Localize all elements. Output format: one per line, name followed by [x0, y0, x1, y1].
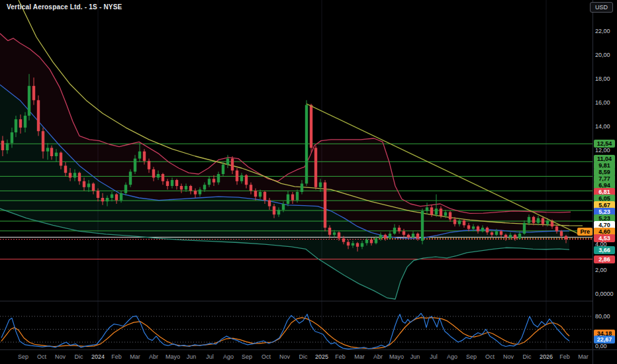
candle-body: [328, 228, 331, 235]
candle-body: [472, 226, 475, 229]
candle-body: [532, 217, 535, 223]
candle-body: [97, 191, 99, 198]
price-axis-label: 0,0000: [595, 291, 614, 297]
candle-body: [296, 192, 299, 201]
time-axis-month-label: Feb: [559, 353, 570, 360]
time-axis-month-label: Sep: [242, 353, 252, 360]
candle-body: [115, 195, 118, 201]
candle-body: [129, 171, 132, 185]
price-axis-label: 12,00: [595, 147, 610, 154]
time-axis-month-label: Jul: [430, 353, 438, 360]
candle-body: [291, 195, 294, 201]
candle-body: [319, 183, 322, 187]
price-badge: 2,86: [594, 255, 615, 263]
currency-button[interactable]: USD: [590, 2, 613, 13]
time-axis-month-label: Nov: [279, 353, 290, 360]
time-axis-month-label: Ago: [223, 353, 234, 360]
time-axis-month-label: Mayo: [166, 353, 180, 360]
candle-body: [78, 173, 81, 181]
candle-body: [542, 218, 544, 224]
candle-body: [152, 169, 155, 178]
candle-body: [64, 165, 67, 173]
time-axis-month-label: Nov: [503, 353, 514, 360]
price-badge: 22,67: [594, 336, 615, 343]
price-axis-label: 18,00: [595, 75, 610, 82]
candle-body: [203, 185, 206, 189]
candle-body: [157, 174, 160, 177]
time-axis-month-label: Ago: [447, 353, 457, 360]
candle-body: [111, 195, 113, 198]
candle-body: [46, 148, 49, 151]
candle-body: [467, 225, 470, 228]
candle-body: [375, 238, 377, 243]
candle-body: [314, 148, 317, 187]
price-axis-label: 80,00: [595, 313, 610, 320]
candle-body: [565, 236, 567, 240]
time-axis[interactable]: SepOctNovDic2024FebMarAbrMayoJunJulAgoSe…: [0, 349, 617, 364]
candle-body: [1, 141, 4, 150]
candle-body: [60, 153, 62, 166]
candle-body: [277, 210, 280, 214]
candle-body: [11, 132, 13, 143]
candle-body: [120, 193, 122, 201]
candle-body: [273, 206, 275, 215]
candle-body: [435, 208, 438, 214]
candle-body: [162, 174, 164, 181]
candle-body: [148, 161, 150, 169]
candle-body: [500, 231, 502, 234]
time-axis-month-label: Dic: [299, 353, 308, 360]
time-axis-month-label: Jun: [410, 353, 420, 360]
time-axis-month-label: Oct: [261, 353, 271, 360]
candle-body: [463, 220, 465, 225]
candle-body: [87, 183, 90, 187]
time-axis-month-label: Abr: [373, 353, 383, 360]
candle-body: [28, 86, 30, 116]
candle-body: [458, 220, 461, 224]
candle-body: [263, 192, 266, 201]
candle-body: [305, 105, 308, 184]
candle-body: [481, 228, 484, 231]
candle-body: [310, 105, 312, 148]
time-axis-month-label: Sep: [18, 353, 28, 360]
candle-body: [208, 179, 211, 185]
chart-window: Vertical Aerospace Ltd. - 1S - NYSE USD …: [0, 0, 617, 364]
price-axis[interactable]: 22,0020,0018,0016,0014,0012,004,002,000,…: [593, 0, 617, 349]
price-badge: 4,53: [594, 234, 615, 242]
price-badge: 12,54: [594, 140, 615, 148]
time-axis-month-label: Nov: [55, 353, 66, 360]
candle-body: [166, 181, 169, 186]
candle-body: [379, 235, 382, 238]
candle-body: [180, 186, 183, 189]
candle-body: [546, 220, 549, 224]
candle-body: [338, 232, 340, 238]
candle-body: [389, 234, 391, 238]
candle-body: [236, 171, 238, 181]
time-axis-month-label: Abr: [149, 353, 158, 360]
candle-body: [37, 100, 40, 131]
candle-body: [73, 173, 76, 177]
candle-body: [254, 191, 257, 197]
candle-body: [199, 189, 201, 194]
price-axis-label: 14,00: [595, 123, 610, 130]
chart-canvas[interactable]: [0, 0, 617, 364]
candle-body: [69, 173, 71, 177]
candle-body: [528, 217, 530, 223]
candle-body: [106, 198, 109, 201]
axis-corner: [593, 349, 617, 364]
candle-body: [486, 228, 489, 232]
candle-body: [138, 152, 141, 159]
time-axis-month-label: Oct: [37, 353, 46, 360]
time-axis-month-label: Jun: [187, 353, 197, 360]
candle-body: [365, 240, 368, 243]
candle-body: [189, 186, 192, 191]
candle-body: [426, 207, 428, 210]
candle-body: [361, 243, 363, 246]
candle-body: [514, 235, 516, 238]
candle-body: [324, 183, 326, 228]
candle-body: [268, 201, 271, 206]
time-axis-month-label: Mar: [354, 353, 365, 360]
time-axis-year-label: 2025: [315, 353, 328, 360]
candle-body: [504, 235, 507, 238]
candle-body: [32, 86, 35, 101]
candle-body: [259, 192, 261, 197]
